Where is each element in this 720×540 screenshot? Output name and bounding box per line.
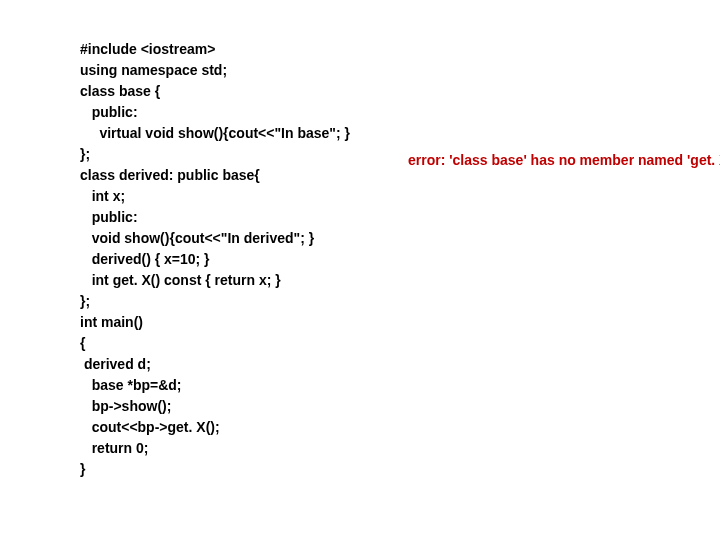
code-line: derived d;: [80, 356, 151, 372]
compiler-error: error: 'class base' has no member named …: [408, 152, 720, 168]
code-line: };: [80, 293, 90, 309]
code-line: int x;: [80, 188, 125, 204]
code-line: int main(): [80, 314, 143, 330]
code-line: class derived: public base{: [80, 167, 260, 183]
code-line: bp->show();: [80, 398, 171, 414]
code-block: #include <iostream> using namespace std;…: [80, 18, 350, 480]
code-line: };: [80, 146, 90, 162]
code-line: base *bp=&d;: [80, 377, 182, 393]
code-line: class base {: [80, 83, 160, 99]
code-line: using namespace std;: [80, 62, 227, 78]
slide: #include <iostream> using namespace std;…: [0, 0, 720, 540]
code-line: void show(){cout<<"In derived"; }: [80, 230, 314, 246]
code-line: cout<<bp->get. X();: [80, 419, 220, 435]
code-line: #include <iostream>: [80, 41, 215, 57]
code-line: int get. X() const { return x; }: [80, 272, 281, 288]
code-line: virtual void show(){cout<<"In base"; }: [80, 125, 350, 141]
code-line: return 0;: [80, 440, 148, 456]
code-line: public:: [80, 104, 138, 120]
code-line: derived() { x=10; }: [80, 251, 210, 267]
code-line: {: [80, 335, 85, 351]
code-line: public:: [80, 209, 138, 225]
code-line: }: [80, 461, 85, 477]
